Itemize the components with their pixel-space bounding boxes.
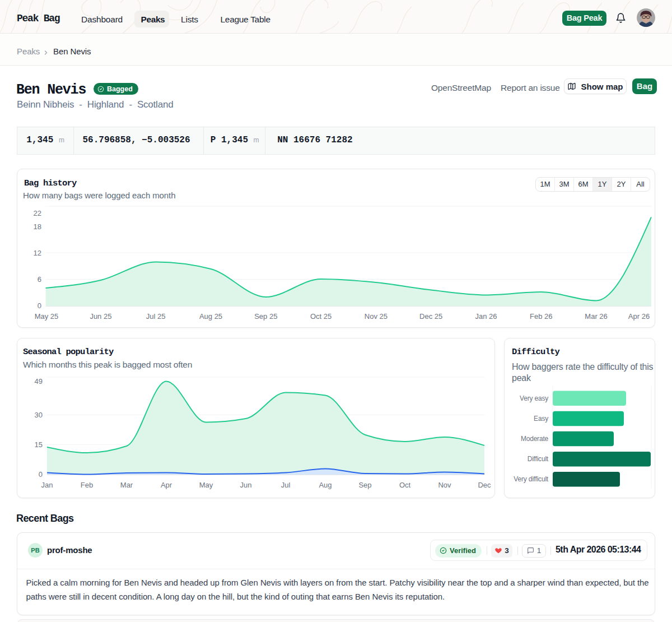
svg-text:15: 15 [35,440,43,449]
svg-text:0: 0 [38,301,41,310]
svg-text:Nov: Nov [438,481,451,489]
svg-text:May: May [199,481,213,489]
svg-text:Feb: Feb [81,481,93,489]
svg-text:12: 12 [34,249,41,257]
svg-text:0: 0 [39,470,43,479]
svg-text:Easy: Easy [534,415,548,423]
svg-text:18: 18 [34,222,41,231]
svg-text:Jan 26: Jan 26 [475,312,497,321]
svg-text:Jun: Jun [240,481,252,489]
svg-text:49: 49 [35,377,43,386]
svg-text:Feb 26: Feb 26 [530,312,552,321]
svg-text:30: 30 [35,411,43,419]
svg-text:Jun 25: Jun 25 [90,312,111,321]
svg-text:May 25: May 25 [35,312,59,321]
svg-text:Nov 25: Nov 25 [365,312,388,321]
svg-text:22: 22 [34,209,41,217]
svg-text:Oct: Oct [399,481,411,489]
svg-text:Very easy: Very easy [520,394,548,402]
svg-text:6: 6 [38,275,41,284]
svg-text:Jul 25: Jul 25 [146,312,166,321]
svg-text:Sep 25: Sep 25 [254,312,277,321]
svg-text:Jan: Jan [41,481,53,489]
svg-text:Aug 25: Aug 25 [199,312,222,321]
svg-text:Moderate: Moderate [521,435,549,443]
svg-text:Mar 26: Mar 26 [585,312,607,321]
svg-text:Apr 26: Apr 26 [628,312,650,321]
svg-text:Very difficult: Very difficult [514,475,549,483]
svg-text:Oct 25: Oct 25 [310,312,332,321]
svg-text:Dec 25: Dec 25 [419,312,442,321]
svg-text:Difficult: Difficult [528,455,549,463]
svg-text:Jul: Jul [281,481,291,489]
svg-text:Mar: Mar [120,481,133,489]
svg-text:Dec: Dec [478,481,491,489]
svg-text:Sep: Sep [358,481,371,489]
svg-text:Apr: Apr [161,481,172,489]
svg-text:Aug: Aug [319,481,332,489]
